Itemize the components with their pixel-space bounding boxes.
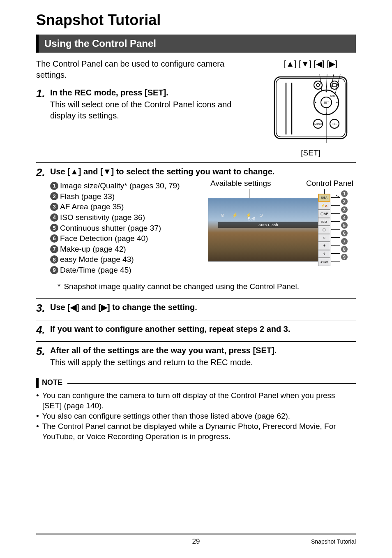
svg-point-8 bbox=[326, 91, 327, 93]
callout-9-icon: 9 bbox=[341, 254, 348, 260]
connector-line bbox=[331, 221, 340, 222]
connector-line bbox=[331, 205, 340, 206]
callout-4-icon: 4 bbox=[341, 214, 348, 221]
step-number: 3. bbox=[36, 302, 50, 315]
connector-line bbox=[331, 253, 340, 254]
set-caption: [SET] bbox=[265, 148, 356, 157]
callout-6-icon: 6 bbox=[341, 230, 348, 236]
list-item: 3AF Area (page 35) bbox=[50, 201, 204, 212]
bullet-9-icon: 9 bbox=[50, 266, 58, 274]
cp-item-8: ✧ bbox=[318, 250, 330, 258]
setting-label: Face Detection (page 40) bbox=[60, 233, 148, 244]
note-text: The Control Panel cannot be displayed wh… bbox=[42, 421, 356, 442]
step-3: 3. Use [◀] and [▶] to change the setting… bbox=[36, 302, 356, 315]
camera-diagram-block: [▲] [▼] [◀] [▶] SET DISP bbox=[265, 58, 356, 157]
step-heading: If you want to configure another setting… bbox=[50, 324, 356, 335]
setting-label: Flash (page 33) bbox=[60, 191, 115, 202]
setting-label: Date/Time (page 45) bbox=[60, 265, 131, 276]
step-1: 1. In the REC mode, press [SET]. This wi… bbox=[36, 87, 257, 121]
step-number: 4. bbox=[36, 324, 50, 336]
svg-text:MENU: MENU bbox=[314, 123, 322, 125]
cp-item-7: ✦ bbox=[318, 242, 330, 250]
callout-5-icon: 5 bbox=[341, 222, 348, 229]
bullet-7-icon: 7 bbox=[50, 245, 58, 253]
cp-item-1: UGA bbox=[318, 194, 330, 202]
note-text: You can configure the camera to turn off… bbox=[42, 390, 356, 411]
svg-rect-0 bbox=[274, 77, 347, 139]
bullet-5-icon: 5 bbox=[50, 224, 58, 232]
step-heading: Use [◀] and [▶] to change the setting. bbox=[50, 302, 356, 313]
setting-label: Make-up (page 42) bbox=[60, 244, 126, 255]
chapter-title: Snapshot Tutorial bbox=[36, 12, 356, 29]
self-label: Self bbox=[248, 217, 255, 221]
cp-item-5: ▢ bbox=[318, 226, 330, 234]
note-rule bbox=[67, 383, 356, 384]
control-panel-label: Control Panel bbox=[306, 179, 353, 188]
note-list: You can configure the camera to turn off… bbox=[36, 390, 356, 442]
list-item: 9Date/Time (page 45) bbox=[50, 265, 204, 276]
note-text: You also can configure settings other th… bbox=[42, 411, 290, 421]
callout-2-icon: 2 bbox=[341, 198, 348, 205]
step-number: 2. bbox=[36, 166, 50, 179]
svg-text:DISP: DISP bbox=[330, 95, 336, 97]
list-item: 7Make-up (page 42) bbox=[50, 244, 204, 255]
intro-text: The Control Panel can be used to configu… bbox=[36, 58, 257, 81]
divider bbox=[36, 162, 356, 163]
step-description: This will select one of the Control Pane… bbox=[50, 99, 257, 121]
svg-point-13 bbox=[316, 83, 320, 87]
note-item: You also can configure settings other th… bbox=[36, 411, 356, 421]
control-panel-figure: Available settings Control Panel ⊙ ⚡ ⚡ ⊙… bbox=[208, 179, 356, 276]
list-item: 4ISO sensitivity (page 36) bbox=[50, 212, 204, 223]
svg-rect-15 bbox=[332, 83, 337, 87]
bullet-3-icon: 3 bbox=[50, 203, 58, 211]
callout-1-icon: 1 bbox=[341, 190, 348, 197]
camera-back-icon: SET DISP MENU BS bbox=[274, 74, 348, 144]
cp-item-2: ⚡A bbox=[318, 202, 330, 210]
connector-line bbox=[331, 213, 340, 214]
page-footer: 29 Snapshot Tutorial bbox=[36, 533, 356, 546]
bullet-4-icon: 4 bbox=[50, 213, 58, 222]
status-icons-row: ⊙ ⚡ ⚡ ⊙ bbox=[221, 213, 266, 218]
svg-point-10 bbox=[315, 102, 316, 103]
divider bbox=[36, 298, 356, 299]
dpad-label: [▲] [▼] [◀] [▶] bbox=[265, 58, 356, 69]
list-item: 5Continuous shutter (page 37) bbox=[50, 223, 204, 234]
note-marker-icon bbox=[36, 378, 39, 388]
step-number: 1. bbox=[36, 87, 50, 100]
cp-item-3: ▢AF bbox=[318, 210, 330, 218]
asterisk-mark: * bbox=[58, 281, 60, 292]
connector-line bbox=[331, 245, 340, 246]
asterisk-note: * Snapshot image quality cannot be chang… bbox=[58, 281, 356, 292]
setting-label: easy Mode (page 43) bbox=[60, 254, 134, 265]
step-heading: In the REC mode, press [SET]. bbox=[50, 87, 257, 98]
cp-item-6: ☺ bbox=[318, 234, 330, 242]
bullet-6-icon: 6 bbox=[50, 234, 58, 243]
svg-point-11 bbox=[337, 102, 338, 103]
bullet-8-icon: 8 bbox=[50, 255, 58, 264]
list-item: 2Flash (page 33) bbox=[50, 191, 204, 202]
available-settings-label: Available settings bbox=[210, 179, 271, 188]
bullet-2-icon: 2 bbox=[50, 192, 58, 200]
svg-text:BS: BS bbox=[332, 123, 337, 125]
step-4: 4. If you want to configure another sett… bbox=[36, 324, 356, 336]
list-item: 6Face Detection (page 40) bbox=[50, 233, 204, 244]
control-panel-sidebar: UGA ⚡A ▢AF ISO ▢ ☺ ✦ ✧ 14:29 bbox=[318, 194, 330, 266]
cp-item-9: 14:29 bbox=[318, 258, 330, 266]
step-number: 5. bbox=[36, 345, 50, 358]
note-label: NOTE bbox=[42, 378, 62, 387]
section-heading: Using the Control Panel bbox=[36, 35, 356, 53]
setting-label: ISO sensitivity (page 36) bbox=[60, 212, 145, 223]
intro-row: The Control Panel can be used to configu… bbox=[36, 58, 356, 157]
setting-label: Image size/Quality* (pages 30, 79) bbox=[60, 181, 180, 191]
setting-label: AF Area (page 35) bbox=[60, 201, 124, 212]
footer-title: Snapshot Tutorial bbox=[311, 538, 356, 545]
divider bbox=[36, 341, 356, 342]
list-item: 8easy Mode (page 43) bbox=[50, 254, 204, 265]
note-item: You can configure the camera to turn off… bbox=[36, 390, 356, 411]
callout-7-icon: 7 bbox=[341, 238, 348, 245]
bullet-1-icon: 1 bbox=[50, 182, 58, 190]
step-5: 5. After all of the settings are the way… bbox=[36, 345, 356, 368]
connector-line bbox=[331, 197, 340, 198]
settings-list: 1Image size/Quality* (pages 30, 79) 2Fla… bbox=[50, 181, 204, 276]
note-block: NOTE You can configure the camera to tur… bbox=[36, 378, 356, 442]
